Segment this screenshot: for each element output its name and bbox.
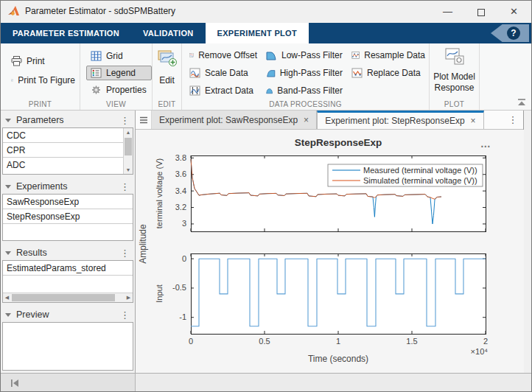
section-print: Print Print To Figure PRINT xyxy=(1,43,80,110)
panel-title: Experiments xyxy=(16,181,118,192)
status-bar-left xyxy=(1,374,136,392)
scrollbar-thumb[interactable] xyxy=(12,294,115,301)
list-item[interactable]: ADC xyxy=(3,158,127,172)
plot-options-icon[interactable]: ⋯ xyxy=(480,140,491,152)
sidebar: Parameters ⋮ CDC CPR ADC ▲ ▼ Experiments… xyxy=(1,111,136,373)
collapse-triangle-icon[interactable] xyxy=(5,251,11,255)
section-label-view: VIEW xyxy=(80,100,152,108)
properties-button[interactable]: Properties xyxy=(86,83,152,97)
svg-text:Measured (terminal voltage (V): Measured (terminal voltage (V)) xyxy=(363,166,477,175)
section-plot: Plot Model Response PLOT xyxy=(430,43,480,110)
hamburger-icon xyxy=(139,116,148,124)
close-tab-icon[interactable]: × xyxy=(471,116,476,126)
print-icon xyxy=(11,56,22,66)
scale-data-button[interactable]: Scale Data xyxy=(185,66,262,80)
legend-button[interactable]: Legend xyxy=(86,66,152,80)
low-pass-filter-icon xyxy=(266,50,277,60)
app-window: Parameter Estimator - sdoSPMBattery — ✕ … xyxy=(0,0,532,392)
list-item[interactable]: CPR xyxy=(3,143,127,158)
plot-model-response-icon xyxy=(444,48,466,67)
close-button[interactable]: ✕ xyxy=(497,1,531,23)
collapse-sidebar-icon[interactable] xyxy=(10,379,20,388)
results-panel-header: Results ⋮ xyxy=(1,245,135,260)
figure-area: StepResponseExp ⋯ 33.23.43.63.8terminal … xyxy=(136,130,524,373)
section-edit: Edit EDIT xyxy=(153,43,182,110)
list-item[interactable]: EstimatedParams_stored xyxy=(3,261,133,276)
band-pass-filter-icon xyxy=(266,85,273,96)
collapse-ribbon-icon[interactable] xyxy=(517,98,527,107)
svg-text:terminal voltage (V): terminal voltage (V) xyxy=(155,158,164,228)
svg-text:-1: -1 xyxy=(179,312,186,321)
low-pass-filter-button[interactable]: Low-Pass Filter xyxy=(262,48,347,63)
print-to-figure-button[interactable]: Print To Figure xyxy=(7,73,80,88)
svg-text:3: 3 xyxy=(182,219,186,228)
extract-data-icon xyxy=(189,85,200,96)
scrollbar-thumb[interactable] xyxy=(125,138,132,155)
title-bar: Parameter Estimator - sdoSPMBattery — ✕ xyxy=(1,1,531,23)
replace-data-icon xyxy=(351,68,363,78)
doc-tab-saw-response[interactable]: Experiment plot: SawResponseExp × xyxy=(152,111,317,129)
svg-text:-0.5: -0.5 xyxy=(172,283,186,292)
tab-validation[interactable]: VALIDATION xyxy=(131,23,206,43)
scroll-right-icon[interactable]: ▶ xyxy=(125,293,133,302)
replace-data-button[interactable]: Replace Data xyxy=(347,66,430,80)
svg-text:3.6: 3.6 xyxy=(175,169,186,178)
grid-button[interactable]: Grid xyxy=(86,49,152,63)
collapse-triangle-icon[interactable] xyxy=(5,313,11,317)
horizontal-scrollbar[interactable]: ◀ ▶ xyxy=(3,293,133,302)
list-item[interactable]: SawResponseExp xyxy=(3,195,133,209)
resample-data-button[interactable]: Resample Data xyxy=(347,48,430,63)
svg-text:Input: Input xyxy=(155,284,164,302)
svg-text:1: 1 xyxy=(336,337,340,346)
experiments-panel-header: Experiments ⋮ xyxy=(1,179,135,194)
kebab-menu-icon[interactable]: ⋮ xyxy=(118,248,132,258)
plot-model-response-button[interactable]: Plot Model Response xyxy=(430,48,479,94)
section-view: Grid Legend Properties VIEW xyxy=(80,43,153,110)
tab-actions-kebab-icon[interactable]: ⋮ xyxy=(503,111,523,129)
tab-list-button[interactable] xyxy=(136,111,152,129)
print-button[interactable]: Print xyxy=(7,54,80,69)
tab-experiment-plot[interactable]: EXPERIMENT PLOT xyxy=(206,23,309,43)
ribbon-tab-strip: PARAMETER ESTIMATION VALIDATION EXPERIME… xyxy=(1,23,531,43)
legend-icon xyxy=(91,68,102,78)
minimize-button[interactable]: — xyxy=(431,1,464,23)
collapse-triangle-icon[interactable] xyxy=(5,119,11,122)
kebab-menu-icon[interactable]: ⋮ xyxy=(118,116,132,125)
vertical-scrollbar[interactable]: ▲ ▼ xyxy=(123,128,133,174)
scroll-up-icon[interactable]: ▲ xyxy=(124,128,133,136)
document-area: Experiment plot: SawResponseExp × Experi… xyxy=(136,111,524,373)
resample-data-icon xyxy=(351,50,360,60)
panel-title: Parameters xyxy=(16,115,118,125)
svg-text:1.5: 1.5 xyxy=(406,337,417,346)
edit-button[interactable]: Edit xyxy=(153,49,181,85)
band-pass-filter-button[interactable]: Band-Pass Filter xyxy=(262,83,347,98)
high-pass-filter-button[interactable]: High-Pass Filter xyxy=(262,66,347,80)
panel-title: Preview xyxy=(16,309,118,320)
scroll-down-icon[interactable]: ▼ xyxy=(124,166,133,174)
preview-panel-header: Preview ⋮ xyxy=(1,307,135,322)
tab-parameter-estimation[interactable]: PARAMETER ESTIMATION xyxy=(1,23,131,43)
section-label-plot: PLOT xyxy=(430,100,479,108)
print-to-figure-icon xyxy=(11,75,13,85)
section-label-edit: EDIT xyxy=(153,100,181,108)
kebab-menu-icon[interactable]: ⋮ xyxy=(118,182,132,192)
kebab-menu-icon[interactable]: ⋮ xyxy=(118,310,132,320)
svg-text:3.4: 3.4 xyxy=(175,186,186,195)
svg-text:0: 0 xyxy=(189,337,193,346)
preview-box xyxy=(2,322,133,371)
close-tab-icon[interactable]: × xyxy=(304,115,309,125)
extract-data-button[interactable]: Extract Data xyxy=(185,83,262,98)
maximize-button[interactable] xyxy=(464,1,497,23)
list-item[interactable]: StepResponseExp xyxy=(3,209,133,224)
document-tab-bar: Experiment plot: SawResponseExp × Experi… xyxy=(136,111,523,130)
collapse-triangle-icon[interactable] xyxy=(5,185,11,189)
svg-text:Simulated (terminal voltage (V: Simulated (terminal voltage (V)) xyxy=(363,176,477,185)
scroll-left-icon[interactable]: ◀ xyxy=(3,293,11,302)
doc-tab-step-response[interactable]: Experiment plot: StepResponseExp × xyxy=(317,111,483,129)
right-gutter xyxy=(525,111,532,373)
remove-offset-button[interactable]: Remove Offset xyxy=(185,48,262,63)
help-button[interactable]: ? xyxy=(491,24,529,42)
panel-title: Results xyxy=(16,248,118,258)
list-item[interactable]: CDC xyxy=(3,128,127,143)
section-data-processing: Remove Offset Scale Data xyxy=(182,43,430,110)
